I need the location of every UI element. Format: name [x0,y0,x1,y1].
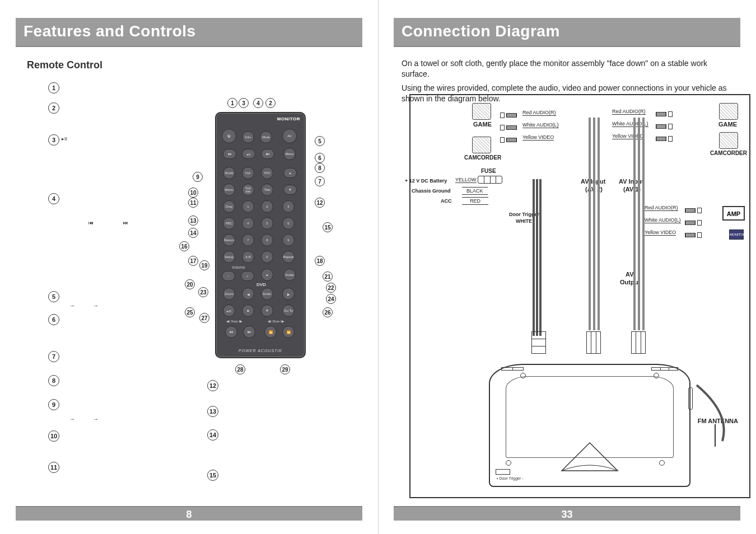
btn-3: 3 [282,200,295,213]
btn-mute: Mute [260,131,272,143]
left-title: Features and Controls [16,18,362,47]
lbl-white-out: White AUDIO(L) [645,217,681,223]
callout-l-20: 20 [185,279,195,289]
btn-7: 7 [242,234,254,246]
callout-6: 6 [48,314,59,325]
intro-text-1: On a towel or soft cloth, gently place t… [402,58,732,79]
glyph-arrow-d: → [93,416,99,422]
plug-out-y [685,232,702,238]
unit-door-port [496,469,510,475]
btn-left: ◀ [242,288,254,300]
btn-title: Title [261,184,273,196]
btn-play-pause: ▸II [242,149,255,159]
hole-sm [617,376,622,382]
btn-vol-minus: Vol- [242,167,254,179]
lbl-battery: + 12 V DC Battery [405,178,447,184]
lbl-red-r-l: Red AUDIO(R) [522,110,556,116]
callout-top-3: 3 [239,98,249,108]
btn-0: 0 [261,251,273,263]
btn-menu: Menu [283,148,296,160]
btn-ff: ⏭ [243,326,255,338]
btn-rw: ⏮ [225,326,237,338]
callout-r-26: 26 [323,307,333,317]
fuse-icon [478,176,502,184]
btn-goto: Go To [282,305,295,317]
lbl-slow: ◀I Slow I▶ [268,319,284,323]
lbl-avout: AV [626,271,633,278]
btn-right: ▶ [282,288,295,300]
fan-shape-icon [556,440,623,474]
callout-2: 2 [48,102,59,114]
callout-3: 3 [48,134,59,146]
btn-4: 4 [242,217,254,229]
cable-av2-c [598,118,600,330]
page-number-right: 33 [394,506,740,521]
conn-av1 [631,331,646,354]
callout-r-22: 22 [326,283,336,293]
hole-tr [654,373,659,378]
remote-control-subtitle: Remote Control [27,59,369,71]
camcorder-icon-r [719,132,738,149]
callout-10: 10 [48,430,59,442]
conn-pwr [531,331,546,354]
callout-4: 4 [48,193,59,204]
callout-b-29: 29 [280,364,290,374]
glyph-prev: ⏮ [88,220,94,226]
callout-lower-15: 15 [207,470,218,481]
lbl-red-wire: RED [462,197,488,205]
cable-av1-a [633,118,636,330]
callout-l-23: 23 [198,287,208,297]
callout-lower-14: 14 [207,429,218,441]
btn-enter: Enter [261,288,273,300]
lbl-yellow-v-l: Yellow VIDEO [522,134,554,140]
game-icon-l [472,103,491,120]
btn-pn: P/N [261,167,273,179]
callout-l-16: 16 [179,241,189,251]
cable-pwr-b [536,179,538,336]
btn-plus: + [241,271,254,281]
callout-b-28: 28 [235,364,245,374]
remote-figure: 1 2 3 ▸II 4 ⏮ ⏭ 5 → → 6 7 8 9 → → 10 11 … [45,81,361,495]
cable-av2-b [593,118,595,330]
lbl-white-l-l: White AUDIO(L) [522,122,559,128]
btn-up: ▲ [283,168,297,178]
btn-minus: − [222,271,235,281]
callout-7: 7 [48,351,59,362]
right-page: Connection Diagram On a towel or soft cl… [378,0,756,534]
callout-r-6: 6 [315,153,325,163]
btn-stop: ■ [242,305,254,317]
callout-l-11: 11 [188,198,198,208]
amp-box: AMP [722,206,745,221]
right-title: Connection Diagram [394,18,740,47]
callout-r-21: 21 [323,271,333,282]
btn-pbc: PBC [223,217,235,229]
cable-pwr-a [533,179,535,336]
callout-8: 8 [48,375,59,386]
brand-label: POWER ACOUSTIK [216,349,305,353]
glyph-play: ▸II [62,136,67,142]
glyph-arrow-b: → [93,302,99,308]
btn-9: 9 [282,234,295,246]
lbl-fuse: FUSE [481,168,496,174]
cable-av1-b [638,118,640,330]
plug-r-w [656,123,673,130]
lbl-chassis: Chassis Ground [412,188,451,194]
plug-l-w [500,124,517,131]
callout-r-18: 18 [315,256,325,266]
callout-top-1: 1 [227,98,237,108]
btn-6: 6 [282,217,295,229]
btn-setup: Setup [223,251,235,263]
callout-l-17: 17 [188,256,198,266]
callout-r-8: 8 [315,163,325,173]
port-row-r [651,367,678,371]
callout-l-14: 14 [188,228,198,238]
lbl-yellow-out: Yellow VIDEO [645,229,676,236]
lbl-cam-r: CAMCORDER [710,150,747,156]
callout-r-12: 12 [315,198,325,208]
btn-play2: ▸/II [223,305,235,317]
left-page: Features and Controls Remote Control 1 2… [0,0,378,534]
lbl-red-out: Red AUDIO(R) [645,205,678,211]
glyph-arrow-a: → [69,302,75,308]
fm-cable-curve [669,380,736,447]
port-row-l [501,367,524,371]
